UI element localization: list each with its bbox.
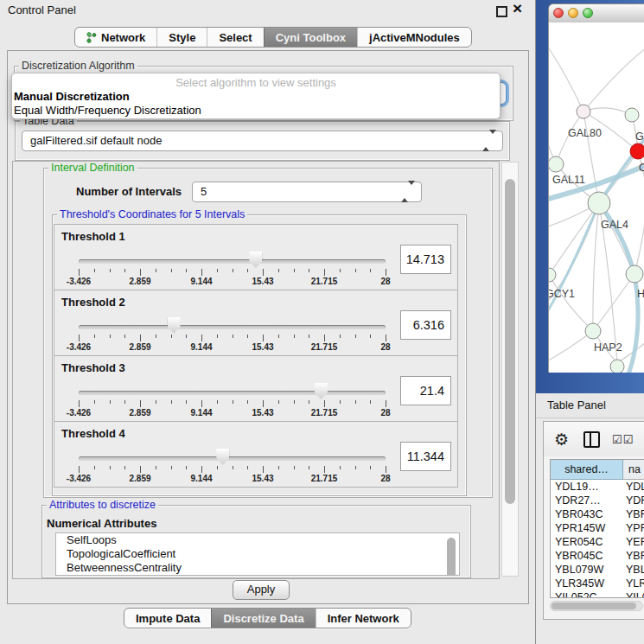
network-edge[interactable] xyxy=(549,48,583,112)
algorithm-dropdown-popup: Select algorithm to view settings Manual… xyxy=(11,73,501,119)
attributes-list[interactable]: SelfLoopsTopologicalCoefficientBetweenne… xyxy=(55,532,460,576)
close-traffic-light[interactable] xyxy=(553,8,564,18)
minor-tick xyxy=(309,400,309,404)
scrollbar-thumb[interactable] xyxy=(505,179,515,504)
tab-discretize-data[interactable]: Discretize Data xyxy=(211,609,315,628)
major-tick xyxy=(201,400,202,407)
network-node-green[interactable] xyxy=(626,265,643,283)
slider-track[interactable] xyxy=(79,259,386,264)
node-table: shared… na YDL19…YDL1YDR27…YDR2YBR043CYB… xyxy=(550,459,644,598)
network-edge[interactable] xyxy=(549,203,599,275)
threshold-value-field[interactable]: 11.344 xyxy=(400,442,451,471)
slider-track[interactable] xyxy=(79,325,386,329)
table-row[interactable]: YBR043CYBR0 xyxy=(551,507,644,521)
threshold-value-field[interactable]: 21.4 xyxy=(400,376,451,405)
network-node-green[interactable] xyxy=(625,108,639,122)
attribute-list-item[interactable]: TopologicalCoefficient xyxy=(56,547,459,561)
minor-tick xyxy=(233,466,233,469)
network-node-green[interactable] xyxy=(549,268,556,282)
network-node-green[interactable] xyxy=(610,360,624,373)
network-window-titlebar[interactable] xyxy=(548,3,644,23)
node-label: GAL11 xyxy=(552,174,585,186)
table-row[interactable]: YBL079WYBL0 xyxy=(551,563,644,577)
attribute-list-item[interactable]: SelfLoops xyxy=(56,533,459,547)
minor-tick xyxy=(124,466,125,469)
column-header-name[interactable]: na xyxy=(623,460,644,480)
network-node-green[interactable] xyxy=(588,192,610,214)
minor-tick xyxy=(171,269,172,272)
network-edge[interactable] xyxy=(583,48,644,112)
network-edge[interactable] xyxy=(593,203,599,331)
apply-button[interactable]: Apply xyxy=(233,580,290,600)
number-of-intervals-combobox[interactable]: 5 xyxy=(192,182,422,202)
table-toolbar: ⚙ ☑☑ xyxy=(544,422,644,456)
threshold-value-field[interactable]: 6.316 xyxy=(400,310,451,340)
minor-tick xyxy=(370,466,371,469)
network-node-green[interactable] xyxy=(549,156,564,172)
network-edge[interactable] xyxy=(549,275,593,331)
minor-tick xyxy=(186,269,187,272)
cell-name: YIL0 xyxy=(624,590,644,598)
gear-icon[interactable]: ⚙ xyxy=(554,431,569,448)
slider-thumb[interactable] xyxy=(315,383,328,399)
dropdown-option[interactable]: Equal Width/Frequency Discretization xyxy=(12,104,500,118)
major-tick xyxy=(79,269,80,276)
network-edge-thick[interactable] xyxy=(549,203,599,321)
tab-impute-data[interactable]: Impute Data xyxy=(124,609,211,628)
cell-shared-name: YER054C xyxy=(551,535,624,549)
table-row[interactable]: YIL052CYIL0 xyxy=(551,590,644,598)
tab-style[interactable]: Style xyxy=(156,28,207,47)
table-row[interactable]: YBR045CYBR0 xyxy=(551,549,644,563)
minimize-traffic-light[interactable] xyxy=(568,8,578,18)
float-window-icon[interactable] xyxy=(496,6,507,17)
slider-track[interactable] xyxy=(79,391,386,395)
zoom-traffic-light[interactable] xyxy=(583,8,593,18)
threshold-panel-3: Threshold 3-3.4262.8599.14415.4321.71528… xyxy=(54,355,458,422)
slider-thumb[interactable] xyxy=(249,252,262,268)
network-node-green[interactable] xyxy=(585,323,601,339)
major-tick xyxy=(386,335,386,341)
network-canvas[interactable]: GAL80GACGAL11GAL4GCY1HHAP2 xyxy=(548,22,644,373)
minor-tick xyxy=(247,335,248,338)
list-scrollbar-thumb[interactable] xyxy=(447,538,456,576)
table-row[interactable]: YER054CYER0 xyxy=(551,535,644,549)
minor-tick xyxy=(247,400,248,404)
tab-select[interactable]: Select xyxy=(207,28,263,47)
threshold-value-field[interactable]: 14.713 xyxy=(400,245,451,274)
table-row[interactable]: YDR27…YDR2 xyxy=(551,494,644,507)
tab-network[interactable]: Network xyxy=(75,28,156,47)
network-node-red[interactable] xyxy=(630,143,644,159)
horizontal-scrollbar[interactable] xyxy=(550,601,643,611)
slider-track[interactable] xyxy=(79,456,386,461)
minor-tick xyxy=(94,400,95,404)
table-row[interactable]: YDL19…YDL1 xyxy=(551,480,644,494)
tick-label: 15.43 xyxy=(237,408,289,418)
checkbox-icons[interactable]: ☑☑ xyxy=(612,433,634,446)
table-data-combobox[interactable]: galFiltered.sif default node xyxy=(22,131,503,151)
major-tick xyxy=(263,466,264,473)
tab-infer-network[interactable]: Infer Network xyxy=(316,609,411,628)
columns-icon[interactable] xyxy=(583,431,600,448)
minor-tick xyxy=(340,269,341,272)
minor-tick xyxy=(94,335,95,338)
column-header-shared[interactable]: shared… xyxy=(551,460,623,480)
tick-label: 15.43 xyxy=(237,474,289,483)
vertical-scrollbar[interactable] xyxy=(501,162,519,577)
dropdown-option[interactable]: Manual Discretization xyxy=(12,90,500,104)
tab-jactivemnodules[interactable]: jActiveMNodules xyxy=(357,28,471,47)
close-icon[interactable]: × xyxy=(513,0,522,18)
network-node-pink[interactable] xyxy=(577,105,590,118)
major-tick xyxy=(324,400,325,407)
tab-cyni-toolbox[interactable]: Cyni Toolbox xyxy=(264,28,357,47)
cell-name: YBR0 xyxy=(624,507,644,521)
attribute-list-item[interactable]: BetweennessCentrality xyxy=(56,561,459,575)
slider-thumb[interactable] xyxy=(216,449,229,465)
network-edge[interactable] xyxy=(549,331,593,364)
scrollbar-thumb[interactable] xyxy=(552,603,636,609)
minor-tick xyxy=(278,269,279,272)
slider-thumb[interactable] xyxy=(168,317,181,334)
minor-tick xyxy=(156,335,156,338)
table-row[interactable]: YPR145WYPR1 xyxy=(551,521,644,535)
table-row[interactable]: YLR345WYLR3 xyxy=(551,577,644,590)
minor-tick xyxy=(370,335,371,338)
